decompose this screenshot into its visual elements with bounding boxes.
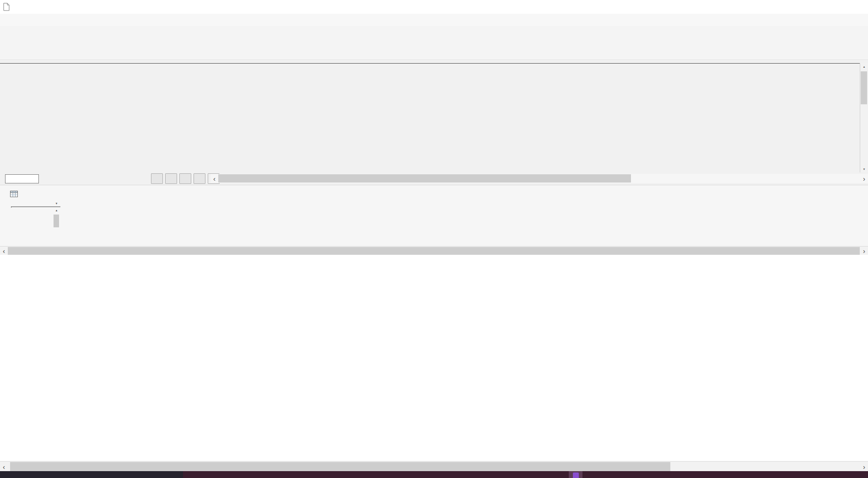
scroll-up-icon[interactable]: ▲ [860,63,868,70]
previous-record-button[interactable] [165,173,177,184]
scrollbar-thumb[interactable] [218,174,631,183]
chevron-right-icon[interactable]: › [860,462,868,472]
first-record-button[interactable] [151,173,163,184]
scrollbar-thumb[interactable] [54,215,59,227]
result-horizontal-scrollbar[interactable]: ‹ › [210,174,868,183]
chevron-left-icon[interactable]: ‹ [0,247,8,255]
next-record-button[interactable] [179,173,191,184]
table-icon [10,191,18,197]
design-grid-background [0,255,868,461]
scroll-down-icon[interactable]: ▼ [53,200,60,207]
chevron-left-icon[interactable]: ‹ [210,174,218,183]
query-table-pane: ▲ ▼ [0,185,868,247]
table-window-header[interactable] [10,191,20,197]
scrollbar-thumb[interactable] [8,247,860,255]
scrollbar-thumb[interactable] [861,71,867,104]
scroll-up-icon[interactable]: ▲ [53,207,60,214]
scrollbar-thumb[interactable] [10,462,670,471]
table-data-toolbar [0,43,868,60]
minimize-button[interactable] [805,0,826,14]
chevron-left-icon[interactable]: ‹ [0,462,8,472]
field-list: ▲ ▼ [11,206,60,207]
chevron-right-icon[interactable]: › [860,174,868,183]
scroll-down-icon[interactable]: ▼ [860,166,868,173]
result-vertical-scrollbar[interactable]: ▲ ▼ [860,63,868,173]
standard-toolbar [0,26,868,43]
menubar [0,14,868,26]
record-navigator: ‹ › [0,172,868,185]
maximize-button[interactable] [826,0,847,14]
taskbar-libreoffice-icon[interactable] [569,471,582,478]
document-icon [3,3,10,11]
taskbar [0,471,868,478]
titlebar [0,0,868,14]
close-button[interactable] [847,0,868,14]
libreoffice-base-icon [573,473,579,478]
table-pane-scrollbar[interactable]: ‹ › [0,246,868,255]
last-record-button[interactable] [194,173,205,184]
design-grid-scrollbar[interactable]: ‹ › [0,461,868,472]
taskbar-left-segment [0,471,183,478]
chevron-right-icon[interactable]: › [860,247,868,255]
libreoffice-base-window: ▲ ▼ ‹ › ▲ ▼ [0,0,868,478]
record-number-input[interactable] [5,174,39,183]
result-table [0,63,860,64]
